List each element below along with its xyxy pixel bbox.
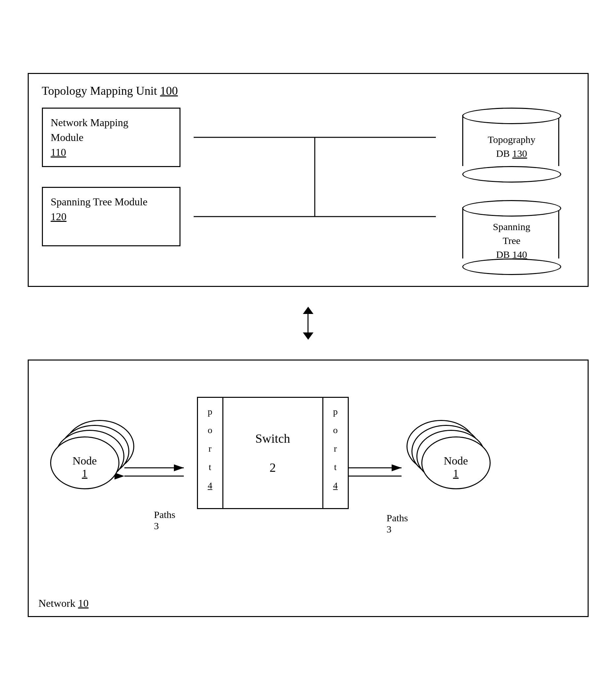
node-left-label: Node 1 — [52, 455, 118, 480]
switch-main-box: Switch 2 — [223, 397, 322, 509]
spanning-tree-db-top — [462, 200, 561, 216]
topology-inner: Network Mapping Module 110 Spanning Tree… — [42, 108, 574, 273]
node-right-label: Node 1 — [423, 455, 489, 480]
arrow-head-down — [303, 332, 313, 340]
topography-db: Topography DB 130 — [462, 108, 561, 180]
arrow-shaft — [308, 314, 308, 332]
paths-right-label: Paths 3 — [387, 513, 408, 535]
topography-db-top — [462, 108, 561, 124]
node-right-group: Node 1 — [405, 403, 497, 519]
topography-db-label: Topography DB 130 — [488, 133, 535, 161]
modules-column: Network Mapping Module 110 Spanning Tree… — [42, 108, 180, 246]
topology-title: Topology Mapping Unit 100 — [42, 84, 574, 98]
node-left-group: Node 1 — [48, 403, 141, 519]
network-mapping-module-box: Network Mapping Module 110 — [42, 108, 180, 167]
topology-mapping-unit-box: Topology Mapping Unit 100 Network Mappin… — [28, 73, 589, 287]
network-diagram: Node 1 p o r t 4 Switch 2 — [42, 371, 504, 595]
spanning-tree-db: Spanning Tree DB 140 — [462, 200, 561, 273]
network-title: Network 10 — [39, 597, 89, 609]
spanning-tree-db-label: Spanning Tree DB 140 — [487, 220, 536, 262]
connector-area — [194, 108, 436, 273]
port-right-box: p o r t 4 — [322, 397, 349, 509]
switch-block: p o r t 4 Switch 2 p o r t 4 — [197, 397, 349, 509]
topography-db-bottom — [462, 166, 561, 183]
paths-left-label: Paths 3 — [154, 509, 176, 531]
spanning-tree-module-box: Spanning Tree Module 120 — [42, 187, 180, 246]
arrow-head-up — [303, 307, 313, 314]
port-left-box: p o r t 4 — [197, 397, 223, 509]
connector-svg — [194, 108, 436, 273]
network-box: Node 1 p o r t 4 Switch 2 — [28, 359, 589, 617]
databases-column: Topography DB 130 Spanning Tree DB 140 — [449, 108, 574, 273]
page-container: Topology Mapping Unit 100 Network Mappin… — [28, 73, 589, 617]
bidirectional-arrow — [303, 307, 313, 340]
